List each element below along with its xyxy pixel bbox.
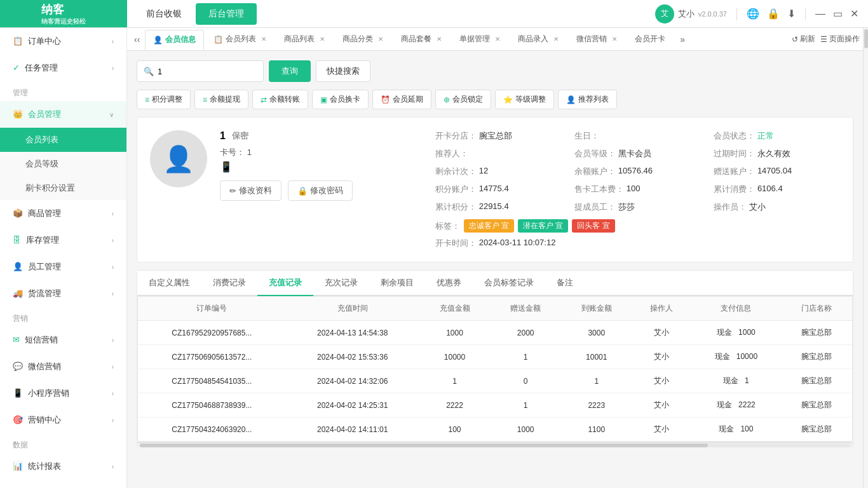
col-amount: 充值金额 [419, 297, 491, 321]
btn-balance-withdraw[interactable]: ≡ 余额提现 [194, 90, 248, 109]
tab-open-card[interactable]: 会员开卡 [627, 29, 674, 50]
tab-goods-entry[interactable]: 商品录入 ✕ [510, 29, 567, 50]
tag-returning[interactable]: 回头客 宣 [572, 219, 614, 233]
minimize-icon[interactable]: — [815, 8, 825, 20]
store-value: 腕宝总部 [479, 130, 512, 142]
tag-loyal[interactable]: 忠诚客户 宣 [464, 219, 514, 233]
btn-member-extend[interactable]: ⏰ 会员延期 [372, 90, 431, 109]
tab-close-goods-list[interactable]: ✕ [320, 36, 325, 43]
card-no-value: 1 [247, 147, 252, 157]
cell-amount: 10000 [419, 345, 491, 369]
table-row: CZ167952920957685... 2024-04-13 14:54:38… [138, 321, 852, 345]
tab-member-info[interactable]: 👤 会员信息 [145, 30, 204, 50]
cell-operator: 艾小 [632, 345, 691, 369]
download-icon[interactable]: ⬇ [787, 8, 796, 20]
sidebar-item-goods[interactable]: 📦商品管理 › [0, 200, 126, 227]
btn-referral-list[interactable]: 👤 推荐列表 [558, 90, 617, 109]
report-icon: 📊 [13, 461, 23, 471]
query-button[interactable]: 查询 [269, 60, 311, 82]
tab-member-tag-record[interactable]: 会员标签记录 [473, 271, 545, 296]
tab-custom-attr[interactable]: 自定义属性 [137, 271, 201, 296]
sidebar-item-task[interactable]: ✓任务管理 › [0, 55, 126, 81]
quick-search-button[interactable]: 快捷搜索 [316, 60, 370, 82]
top-nav-front[interactable]: 前台收银 [133, 3, 194, 25]
btn-card-swap[interactable]: ▣ 会员换卡 [312, 90, 369, 109]
tag-potential[interactable]: 潜在客户 宣 [518, 219, 568, 233]
cell-pay-info: 现金 1 [691, 369, 782, 393]
edit-profile-btn[interactable]: ✏ 修改资料 [220, 180, 281, 201]
chevron-right-icon8: › [112, 363, 114, 370]
chevron-right-icon7: › [112, 337, 114, 344]
btn-balance-transfer[interactable]: ⇄ 余额转账 [252, 90, 308, 109]
cell-gift: 0 [490, 369, 561, 393]
tab-remaining-items[interactable]: 剩余项目 [369, 271, 425, 296]
sidebar-item-sms[interactable]: ✉短信营销 › [0, 327, 126, 353]
tab-member-list[interactable]: 📋 会员列表 ✕ [205, 29, 275, 50]
close-icon[interactable]: ✕ [850, 8, 858, 20]
btn-member-lock[interactable]: ⊕ 会员锁定 [435, 90, 491, 109]
level-icon: ⭐ [503, 95, 513, 104]
sidebar-item-marketcenter[interactable]: 🎯营销中心 › [0, 407, 126, 433]
tab-more-btn[interactable]: » [675, 34, 690, 44]
sidebar-item-report[interactable]: 📊统计报表 › [0, 453, 126, 480]
tab-goods-list[interactable]: 商品列表 ✕ [276, 29, 333, 50]
cell-order-no: CZ177504324063920... [138, 417, 286, 442]
btn-level-adjust[interactable]: ⭐ 等级调整 [495, 90, 554, 109]
tab-recharge-record[interactable]: 充值记录 [257, 271, 313, 296]
tab-coupons[interactable]: 优惠券 [425, 271, 473, 296]
tab-order-manage[interactable]: 单据管理 ✕ [451, 29, 508, 50]
transfer-icon: ⇄ [261, 95, 267, 104]
tab-notes[interactable]: 备注 [545, 271, 585, 296]
tab-wechat-marketing[interactable]: 微信营销 ✕ [568, 29, 625, 50]
tab-goods-combo[interactable]: 商品套餐 ✕ [393, 29, 450, 50]
tab-close-member-list[interactable]: ✕ [261, 36, 266, 43]
sidebar-item-member[interactable]: 👑会员管理 ∨ [0, 101, 126, 128]
scroll-track [140, 444, 850, 447]
tab-close-wechat[interactable]: ✕ [612, 36, 617, 43]
maximize-icon[interactable]: ▭ [833, 8, 843, 20]
sidebar-item-member-level[interactable]: 会员等级 [0, 152, 126, 176]
refresh-btn[interactable]: ↺ 刷新 [792, 34, 815, 44]
change-password-btn[interactable]: 🔒 修改密码 [288, 180, 353, 201]
tab-close-goods-category[interactable]: ✕ [378, 36, 383, 43]
sidebar-item-order[interactable]: 📋订单中心 › [0, 28, 126, 55]
sidebar-item-inventory[interactable]: 🗄库存管理 › [0, 227, 126, 254]
horizontal-scrollbar[interactable] [137, 442, 853, 447]
table-row: CZ177504688738939... 2024-04-02 14:25:31… [138, 393, 852, 417]
search-input[interactable] [158, 67, 257, 76]
tab-close-order[interactable]: ✕ [495, 36, 500, 43]
tab-close-goods-combo[interactable]: ✕ [437, 36, 442, 43]
info-level: 会员等级： 黑卡会员 [574, 148, 701, 159]
info-store: 开卡分店： 腕宝总部 [435, 130, 562, 142]
wechat-icon: 💬 [13, 362, 23, 371]
sidebar-item-wechat[interactable]: 💬微信营销 › [0, 353, 126, 380]
chevron-down-icon: ∨ [109, 111, 114, 118]
user-info: 艾 艾小 v2.0.0.37 [655, 4, 727, 24]
btn-points-adjust[interactable]: ≡ 积分调整 [137, 90, 191, 109]
tab-consume-record[interactable]: 消费记录 [201, 271, 257, 296]
sidebar-item-miniapp[interactable]: 📱小程序营销 › [0, 380, 126, 407]
cell-credited: 3000 [561, 321, 632, 345]
cell-order-no: CZ167952920957685... [138, 321, 286, 345]
page-op-btn[interactable]: ☰ 页面操作 [820, 34, 860, 44]
vertical-scrollbar[interactable] [863, 28, 868, 488]
sidebar-item-staff[interactable]: 👤员工管理 › [0, 254, 126, 280]
logo-sub: 纳客营运史轻松 [41, 17, 86, 26]
sidebar-item-swipe-points[interactable]: 刷卡积分设置 [0, 176, 126, 200]
detail-tabs: 自定义属性 消费记录 充值记录 充次记录 剩余项目 优惠券 会员标签记录 备注 [137, 271, 853, 296]
cell-gift: 1 [490, 393, 561, 417]
cell-store: 腕宝总部 [781, 393, 852, 417]
tab-nav-left[interactable]: ‹‹ [130, 34, 144, 44]
open-time-value: 2024-03-11 10:07:12 [479, 238, 556, 249]
tab-goods-category[interactable]: 商品分类 ✕ [334, 29, 391, 50]
sidebar-item-logistics[interactable]: 🚚货流管理 › [0, 280, 126, 307]
sidebar-item-member-list[interactable]: 会员列表 [0, 128, 126, 152]
total-points-value: 22915.4 [479, 201, 509, 213]
globe-icon[interactable]: 🌐 [747, 8, 759, 20]
info-commission-staff: 提成员工： 莎莎 [574, 201, 701, 213]
lock-icon[interactable]: 🔒 [767, 8, 780, 20]
tab-recharge-count[interactable]: 充次记录 [313, 271, 369, 296]
member-card: 👤 1 保密 卡号： 1 📱 [137, 117, 853, 262]
tab-close-goods-entry[interactable]: ✕ [553, 36, 559, 43]
top-nav-back[interactable]: 后台管理 [196, 3, 257, 25]
